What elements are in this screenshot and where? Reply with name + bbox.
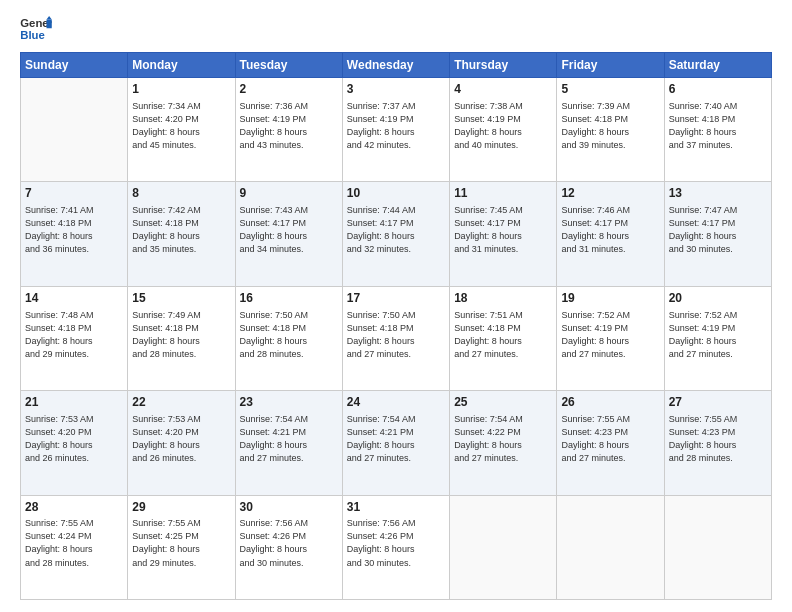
calendar-cell: 4Sunrise: 7:38 AM Sunset: 4:19 PM Daylig… — [450, 78, 557, 182]
day-number: 15 — [132, 290, 230, 307]
page: General Blue SundayMondayTuesdayWednesda… — [0, 0, 792, 612]
calendar-cell: 26Sunrise: 7:55 AM Sunset: 4:23 PM Dayli… — [557, 391, 664, 495]
day-number: 2 — [240, 81, 338, 98]
day-number: 19 — [561, 290, 659, 307]
day-info: Sunrise: 7:36 AM Sunset: 4:19 PM Dayligh… — [240, 100, 338, 152]
calendar-cell: 11Sunrise: 7:45 AM Sunset: 4:17 PM Dayli… — [450, 182, 557, 286]
calendar-cell: 21Sunrise: 7:53 AM Sunset: 4:20 PM Dayli… — [21, 391, 128, 495]
day-number: 7 — [25, 185, 123, 202]
calendar-week-row: 14Sunrise: 7:48 AM Sunset: 4:18 PM Dayli… — [21, 286, 772, 390]
calendar-cell: 2Sunrise: 7:36 AM Sunset: 4:19 PM Daylig… — [235, 78, 342, 182]
day-number: 21 — [25, 394, 123, 411]
day-number: 28 — [25, 499, 123, 516]
header: General Blue — [20, 16, 772, 44]
day-number: 5 — [561, 81, 659, 98]
calendar-cell — [664, 495, 771, 599]
day-info: Sunrise: 7:44 AM Sunset: 4:17 PM Dayligh… — [347, 204, 445, 256]
day-number: 26 — [561, 394, 659, 411]
calendar-cell: 22Sunrise: 7:53 AM Sunset: 4:20 PM Dayli… — [128, 391, 235, 495]
day-info: Sunrise: 7:56 AM Sunset: 4:26 PM Dayligh… — [240, 517, 338, 569]
day-number: 25 — [454, 394, 552, 411]
calendar-cell: 9Sunrise: 7:43 AM Sunset: 4:17 PM Daylig… — [235, 182, 342, 286]
day-info: Sunrise: 7:54 AM Sunset: 4:22 PM Dayligh… — [454, 413, 552, 465]
day-info: Sunrise: 7:53 AM Sunset: 4:20 PM Dayligh… — [25, 413, 123, 465]
calendar-header-row: SundayMondayTuesdayWednesdayThursdayFrid… — [21, 53, 772, 78]
day-number: 17 — [347, 290, 445, 307]
day-info: Sunrise: 7:42 AM Sunset: 4:18 PM Dayligh… — [132, 204, 230, 256]
day-info: Sunrise: 7:37 AM Sunset: 4:19 PM Dayligh… — [347, 100, 445, 152]
calendar-cell: 31Sunrise: 7:56 AM Sunset: 4:26 PM Dayli… — [342, 495, 449, 599]
day-number: 14 — [25, 290, 123, 307]
calendar-cell: 12Sunrise: 7:46 AM Sunset: 4:17 PM Dayli… — [557, 182, 664, 286]
day-info: Sunrise: 7:46 AM Sunset: 4:17 PM Dayligh… — [561, 204, 659, 256]
day-number: 31 — [347, 499, 445, 516]
day-info: Sunrise: 7:41 AM Sunset: 4:18 PM Dayligh… — [25, 204, 123, 256]
calendar-cell — [450, 495, 557, 599]
day-info: Sunrise: 7:54 AM Sunset: 4:21 PM Dayligh… — [240, 413, 338, 465]
day-info: Sunrise: 7:51 AM Sunset: 4:18 PM Dayligh… — [454, 309, 552, 361]
day-number: 23 — [240, 394, 338, 411]
day-number: 29 — [132, 499, 230, 516]
calendar-cell: 13Sunrise: 7:47 AM Sunset: 4:17 PM Dayli… — [664, 182, 771, 286]
day-info: Sunrise: 7:55 AM Sunset: 4:24 PM Dayligh… — [25, 517, 123, 569]
day-info: Sunrise: 7:40 AM Sunset: 4:18 PM Dayligh… — [669, 100, 767, 152]
day-number: 9 — [240, 185, 338, 202]
day-number: 13 — [669, 185, 767, 202]
day-info: Sunrise: 7:47 AM Sunset: 4:17 PM Dayligh… — [669, 204, 767, 256]
day-info: Sunrise: 7:38 AM Sunset: 4:19 PM Dayligh… — [454, 100, 552, 152]
calendar-cell: 7Sunrise: 7:41 AM Sunset: 4:18 PM Daylig… — [21, 182, 128, 286]
calendar-table: SundayMondayTuesdayWednesdayThursdayFrid… — [20, 52, 772, 600]
day-info: Sunrise: 7:50 AM Sunset: 4:18 PM Dayligh… — [240, 309, 338, 361]
logo: General Blue — [20, 16, 52, 44]
calendar-cell — [21, 78, 128, 182]
calendar-cell: 6Sunrise: 7:40 AM Sunset: 4:18 PM Daylig… — [664, 78, 771, 182]
day-info: Sunrise: 7:45 AM Sunset: 4:17 PM Dayligh… — [454, 204, 552, 256]
svg-text:Blue: Blue — [20, 29, 45, 41]
calendar-header-tuesday: Tuesday — [235, 53, 342, 78]
day-info: Sunrise: 7:54 AM Sunset: 4:21 PM Dayligh… — [347, 413, 445, 465]
day-number: 4 — [454, 81, 552, 98]
calendar-cell: 17Sunrise: 7:50 AM Sunset: 4:18 PM Dayli… — [342, 286, 449, 390]
calendar-cell: 16Sunrise: 7:50 AM Sunset: 4:18 PM Dayli… — [235, 286, 342, 390]
calendar-week-row: 1Sunrise: 7:34 AM Sunset: 4:20 PM Daylig… — [21, 78, 772, 182]
calendar-cell: 18Sunrise: 7:51 AM Sunset: 4:18 PM Dayli… — [450, 286, 557, 390]
day-info: Sunrise: 7:43 AM Sunset: 4:17 PM Dayligh… — [240, 204, 338, 256]
day-number: 1 — [132, 81, 230, 98]
calendar-header-wednesday: Wednesday — [342, 53, 449, 78]
calendar-cell: 19Sunrise: 7:52 AM Sunset: 4:19 PM Dayli… — [557, 286, 664, 390]
day-number: 18 — [454, 290, 552, 307]
calendar-header-saturday: Saturday — [664, 53, 771, 78]
day-info: Sunrise: 7:55 AM Sunset: 4:23 PM Dayligh… — [669, 413, 767, 465]
day-number: 24 — [347, 394, 445, 411]
calendar-cell: 1Sunrise: 7:34 AM Sunset: 4:20 PM Daylig… — [128, 78, 235, 182]
day-info: Sunrise: 7:50 AM Sunset: 4:18 PM Dayligh… — [347, 309, 445, 361]
calendar-cell: 10Sunrise: 7:44 AM Sunset: 4:17 PM Dayli… — [342, 182, 449, 286]
day-number: 22 — [132, 394, 230, 411]
day-number: 8 — [132, 185, 230, 202]
day-number: 16 — [240, 290, 338, 307]
day-number: 6 — [669, 81, 767, 98]
calendar-header-friday: Friday — [557, 53, 664, 78]
logo-icon: General Blue — [20, 16, 52, 44]
day-info: Sunrise: 7:55 AM Sunset: 4:23 PM Dayligh… — [561, 413, 659, 465]
day-number: 3 — [347, 81, 445, 98]
calendar-cell: 25Sunrise: 7:54 AM Sunset: 4:22 PM Dayli… — [450, 391, 557, 495]
calendar-cell: 15Sunrise: 7:49 AM Sunset: 4:18 PM Dayli… — [128, 286, 235, 390]
calendar-week-row: 28Sunrise: 7:55 AM Sunset: 4:24 PM Dayli… — [21, 495, 772, 599]
calendar-cell — [557, 495, 664, 599]
day-info: Sunrise: 7:52 AM Sunset: 4:19 PM Dayligh… — [561, 309, 659, 361]
calendar-cell: 27Sunrise: 7:55 AM Sunset: 4:23 PM Dayli… — [664, 391, 771, 495]
calendar-cell: 20Sunrise: 7:52 AM Sunset: 4:19 PM Dayli… — [664, 286, 771, 390]
svg-marker-2 — [47, 20, 52, 29]
calendar-cell: 23Sunrise: 7:54 AM Sunset: 4:21 PM Dayli… — [235, 391, 342, 495]
calendar-cell: 14Sunrise: 7:48 AM Sunset: 4:18 PM Dayli… — [21, 286, 128, 390]
calendar-cell: 5Sunrise: 7:39 AM Sunset: 4:18 PM Daylig… — [557, 78, 664, 182]
day-info: Sunrise: 7:55 AM Sunset: 4:25 PM Dayligh… — [132, 517, 230, 569]
calendar-header-thursday: Thursday — [450, 53, 557, 78]
day-info: Sunrise: 7:53 AM Sunset: 4:20 PM Dayligh… — [132, 413, 230, 465]
day-info: Sunrise: 7:39 AM Sunset: 4:18 PM Dayligh… — [561, 100, 659, 152]
calendar-header-sunday: Sunday — [21, 53, 128, 78]
day-number: 11 — [454, 185, 552, 202]
calendar-cell: 29Sunrise: 7:55 AM Sunset: 4:25 PM Dayli… — [128, 495, 235, 599]
day-number: 27 — [669, 394, 767, 411]
